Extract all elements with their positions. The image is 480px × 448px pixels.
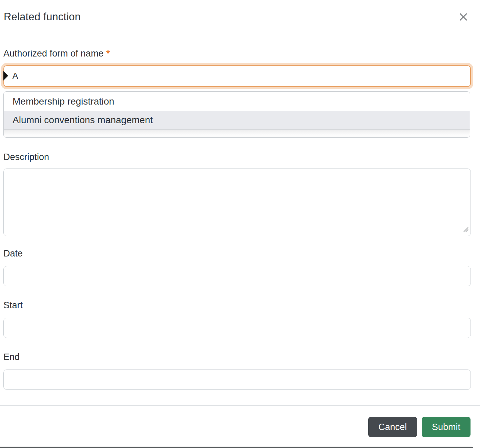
field-group-start: Start [3, 300, 471, 338]
dropdown-footer [4, 130, 470, 137]
dropdown-option-alumni-conventions-management[interactable]: Alumni conventions management [4, 111, 470, 130]
start-input[interactable] [3, 318, 471, 338]
date-input[interactable] [3, 266, 471, 286]
description-textarea[interactable] [3, 169, 471, 236]
start-label: Start [3, 300, 471, 310]
page-title: Related function [4, 11, 81, 23]
end-input[interactable] [3, 369, 471, 390]
modal-body: Authorized form of name* Membership regi… [0, 48, 480, 390]
modal-footer: Cancel Submit [0, 405, 480, 437]
cancel-button[interactable]: Cancel [368, 417, 417, 437]
field-group-authorized-name: Authorized form of name* Membership regi… [3, 48, 471, 138]
submit-button[interactable]: Submit [422, 417, 471, 437]
end-label: End [3, 352, 471, 362]
modal-header: Related function [0, 0, 480, 34]
window-bottom-edge [0, 447, 474, 448]
dropdown-option-membership-registration[interactable]: Membership registration [4, 92, 470, 111]
close-button[interactable] [456, 10, 471, 24]
description-label: Description [3, 152, 471, 162]
authorized-name-input[interactable] [3, 65, 471, 87]
mouse-pointer-icon [3, 71, 8, 81]
authorized-name-label: Authorized form of name* [3, 48, 471, 59]
close-icon [458, 19, 469, 24]
autocomplete-dropdown: Membership registration Alumni conventio… [3, 91, 470, 138]
date-label: Date [3, 248, 471, 259]
field-group-end: End [3, 352, 471, 390]
field-group-date: Date [3, 248, 471, 286]
field-group-description: Description [3, 152, 471, 236]
required-asterisk: * [106, 48, 110, 59]
